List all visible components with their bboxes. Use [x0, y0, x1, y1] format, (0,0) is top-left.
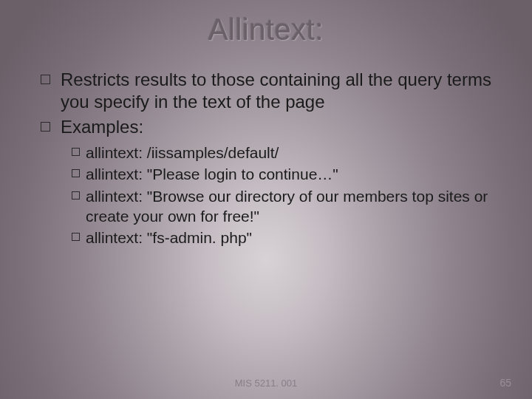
- bullet-main-1: Restricts results to those containing al…: [41, 69, 495, 113]
- square-bullet-icon: [72, 169, 80, 177]
- slide-title: Allintext:: [0, 0, 532, 47]
- bullet-main-2: Examples:: [41, 116, 495, 138]
- sub-bullets: allintext: /iissamples/default/ allintex…: [41, 143, 495, 248]
- bullet-text: Examples:: [61, 116, 495, 138]
- slide: Allintext: Restricts results to those co…: [0, 0, 532, 399]
- bullet-text: allintext: "fs-admin. php": [86, 228, 495, 248]
- square-bullet-icon: [72, 148, 80, 156]
- bullet-sub-1: allintext: /iissamples/default/: [72, 143, 495, 163]
- bullet-sub-2: allintext: "Please login to continue…": [72, 164, 495, 184]
- bullet-sub-3: allintext: "Browse our directory of our …: [72, 186, 495, 227]
- bullet-text: allintext: "Please login to continue…": [86, 164, 495, 184]
- footer-course: MIS 5211. 001: [0, 378, 532, 389]
- bullet-text: Restricts results to those containing al…: [61, 69, 495, 113]
- square-bullet-icon: [41, 122, 50, 132]
- bullet-text: allintext: "Browse our directory of our …: [86, 186, 495, 227]
- bullet-sub-4: allintext: "fs-admin. php": [72, 228, 495, 248]
- square-bullet-icon: [72, 233, 80, 241]
- bullet-text: allintext: /iissamples/default/: [86, 143, 495, 163]
- page-number: 65: [499, 377, 511, 389]
- content-area: Restricts results to those containing al…: [0, 47, 532, 248]
- square-bullet-icon: [72, 191, 80, 200]
- square-bullet-icon: [41, 75, 50, 84]
